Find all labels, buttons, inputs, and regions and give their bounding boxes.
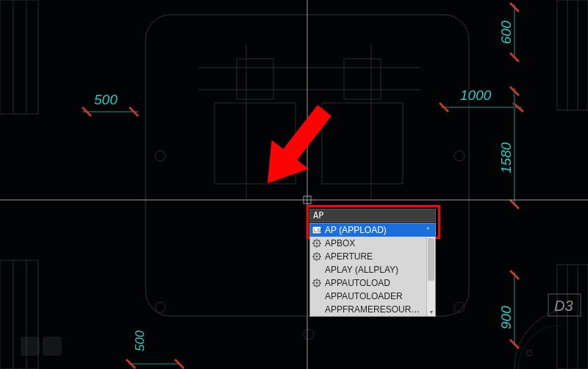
svg-line-73	[319, 259, 320, 259]
viewport-controls-ghost	[21, 337, 62, 356]
svg-rect-13	[215, 103, 295, 184]
dim-top-left: 500	[94, 92, 118, 107]
svg-point-67	[316, 256, 318, 258]
svg-rect-14	[322, 103, 403, 184]
scrollbar-thumb[interactable]	[428, 238, 434, 281]
svg-line-62	[314, 240, 315, 241]
cad-geometry: 500 1000 500 600 1580 900 D3	[0, 0, 588, 369]
grid-ref-label: D3	[554, 298, 573, 314]
svg-line-84	[314, 285, 315, 286]
autocomplete-item[interactable]: APBOX	[310, 237, 435, 250]
blank-icon	[312, 291, 322, 301]
chevron-up-icon[interactable]: ˄	[423, 226, 432, 234]
autocomplete-item[interactable]: APPFRAMERESOURCES ˅	[310, 303, 435, 316]
svg-line-75	[319, 254, 320, 254]
dim-right-mid: 1580	[498, 142, 514, 173]
svg-line-65	[319, 240, 320, 241]
svg-rect-10	[557, 265, 588, 369]
drawing-canvas[interactable]: 500 1000 500 600 1580 900 D3	[0, 0, 588, 369]
autocomplete-item[interactable]: LSP AP (APPLOAD) ˄	[310, 223, 435, 237]
command-input[interactable]	[309, 209, 436, 222]
scrollbar-down-icon[interactable]: ▾	[427, 307, 435, 316]
autocomplete-item[interactable]: APPAUTOLOADER	[310, 290, 435, 303]
svg-line-83	[319, 285, 320, 286]
autocomplete-item-label: APPAUTOLOAD	[325, 278, 432, 288]
autocomplete-item-label: APPFRAMERESOURCES	[325, 304, 421, 315]
dim-top-right: 1000	[460, 87, 492, 103]
dim-right-top: 600	[498, 21, 514, 44]
gear-icon	[312, 278, 322, 288]
blank-icon	[312, 304, 322, 315]
svg-point-22	[454, 151, 465, 161]
svg-point-57	[316, 243, 318, 245]
gear-icon	[312, 238, 322, 248]
svg-line-85	[319, 280, 320, 281]
blank-icon	[312, 265, 322, 275]
dim-bottom: 500	[133, 330, 147, 351]
svg-rect-1	[0, 0, 38, 114]
svg-line-64	[314, 246, 315, 246]
svg-line-63	[319, 246, 320, 246]
svg-line-74	[314, 259, 315, 259]
svg-rect-51	[43, 337, 62, 356]
autocomplete-item-label: APBOX	[325, 238, 432, 248]
svg-line-82	[314, 280, 315, 281]
svg-rect-50	[21, 337, 40, 356]
gear-icon	[312, 251, 322, 262]
svg-point-21	[155, 151, 165, 161]
autocomplete-scrollbar[interactable]: ▾	[426, 237, 435, 316]
svg-rect-15	[237, 59, 273, 99]
autocomplete-item[interactable]: APPAUTOLOAD	[310, 276, 435, 290]
autocomplete-item[interactable]: APLAY (ALLPLAY)	[310, 263, 435, 276]
svg-point-77	[316, 282, 318, 284]
svg-text:LSP: LSP	[314, 228, 322, 233]
lisp-icon: LSP	[312, 225, 322, 235]
autocomplete-item-label: APPAUTOLOADER	[325, 291, 432, 301]
autocomplete-item-label: AP (APPLOAD)	[325, 225, 420, 235]
autocomplete-item[interactable]: APERTURE	[310, 250, 435, 263]
svg-rect-7	[557, 0, 588, 110]
svg-point-26	[304, 329, 314, 340]
command-autocomplete[interactable]: LSP AP (APPLOAD) ˄ APBOX APERTURE APLAY …	[309, 223, 436, 317]
svg-rect-16	[344, 59, 381, 99]
svg-point-27	[526, 350, 532, 356]
autocomplete-item-label: APLAY (ALLPLAY)	[325, 265, 432, 275]
dim-right-bottom: 900	[498, 306, 514, 329]
autocomplete-item-label: APERTURE	[325, 251, 432, 262]
svg-line-72	[314, 254, 315, 254]
svg-point-23	[155, 302, 165, 312]
